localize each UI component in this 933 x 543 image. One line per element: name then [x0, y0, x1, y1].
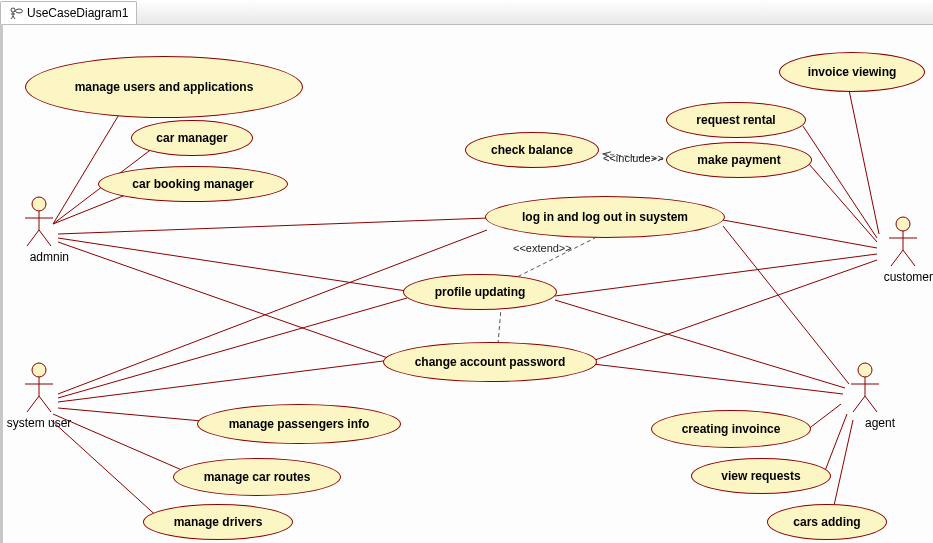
usecase-login-logout[interactable]: log in and log out in suystem	[485, 196, 725, 238]
actor-stick-figure-icon	[847, 362, 883, 414]
svg-point-5	[16, 9, 23, 13]
usecase-creating-invoice[interactable]: creating invoince	[651, 410, 811, 448]
usecase-label: manage passengers info	[229, 417, 370, 431]
diagram-window: UseCaseDiagram1	[0, 0, 933, 543]
usecase-request-rental[interactable]: request rental	[666, 102, 806, 138]
usecase-car-booking-manager[interactable]: car booking manager	[98, 166, 288, 202]
svg-line-49	[853, 396, 865, 412]
svg-line-45	[903, 250, 915, 266]
dependency-extend-label: <<extend>>	[513, 242, 572, 254]
usecase-label: view requests	[721, 469, 800, 483]
actor-agent[interactable]: agent	[835, 362, 895, 430]
usecase-label: manage car routes	[204, 470, 311, 484]
svg-line-40	[39, 396, 51, 412]
svg-point-36	[32, 363, 46, 377]
usecase-profile-updating[interactable]: profile updating	[403, 274, 557, 310]
actor-stick-figure-icon	[885, 216, 921, 268]
usecase-cars-adding[interactable]: cars adding	[767, 504, 887, 540]
svg-point-0	[11, 8, 15, 12]
usecase-label: manage users and applications	[75, 80, 254, 94]
svg-line-39	[27, 396, 39, 412]
usecase-label: cars adding	[793, 515, 860, 529]
svg-point-31	[32, 197, 46, 211]
usecase-manage-users-apps[interactable]: manage users and applications	[25, 56, 303, 118]
usecase-check-balance[interactable]: check balance	[465, 132, 599, 168]
actor-label: system user	[7, 416, 72, 430]
actor-system-user[interactable]: system user	[9, 362, 69, 430]
usecase-label: creating invoince	[682, 422, 781, 436]
dependency-include-label: <<include>>	[603, 152, 664, 164]
actor-stick-figure-icon	[21, 362, 57, 414]
usecase-label: manage drivers	[174, 515, 263, 529]
tab-bar: UseCaseDiagram1	[0, 0, 933, 25]
usecase-manage-passengers-info[interactable]: manage passengers info	[197, 404, 401, 444]
usecase-manage-car-routes[interactable]: manage car routes	[173, 458, 341, 496]
svg-line-35	[39, 230, 51, 246]
usecase-invoice-viewing[interactable]: invoice viewing	[779, 52, 925, 92]
usecase-view-requests[interactable]: view requests	[691, 458, 831, 494]
usecase-label: log in and log out in suystem	[522, 210, 688, 224]
svg-line-50	[865, 396, 877, 412]
actor-label: agent	[865, 416, 895, 430]
usecase-manage-drivers[interactable]: manage drivers	[143, 504, 293, 540]
actor-label: customer	[884, 270, 933, 284]
usecase-diagram-icon	[9, 6, 23, 20]
usecase-label: check balance	[491, 143, 573, 157]
svg-point-46	[858, 363, 872, 377]
actor-admin[interactable]: admnin	[9, 196, 69, 264]
usecase-label: change account password	[415, 355, 566, 369]
usecase-label: request rental	[696, 113, 775, 127]
usecase-label: make payment	[697, 153, 780, 167]
actor-label: admnin	[30, 250, 69, 264]
usecase-label: profile updating	[435, 285, 526, 299]
tab-title: UseCaseDiagram1	[27, 6, 128, 20]
usecase-label: car booking manager	[132, 177, 253, 191]
svg-line-34	[27, 230, 39, 246]
usecase-label: car manager	[156, 131, 227, 145]
usecase-label: invoice viewing	[808, 65, 897, 79]
svg-line-44	[891, 250, 903, 266]
actor-stick-figure-icon	[21, 196, 57, 248]
tab-usecase-diagram[interactable]: UseCaseDiagram1	[0, 1, 137, 24]
diagram-canvas[interactable]: manage users and applications car manage…	[0, 24, 933, 543]
svg-point-41	[896, 217, 910, 231]
usecase-make-payment[interactable]: make payment	[666, 142, 812, 178]
svg-line-4	[13, 16, 15, 19]
usecase-car-manager[interactable]: car manager	[131, 120, 253, 156]
actor-customer[interactable]: customer	[873, 216, 933, 284]
usecase-change-account-password[interactable]: change account password	[383, 342, 597, 382]
